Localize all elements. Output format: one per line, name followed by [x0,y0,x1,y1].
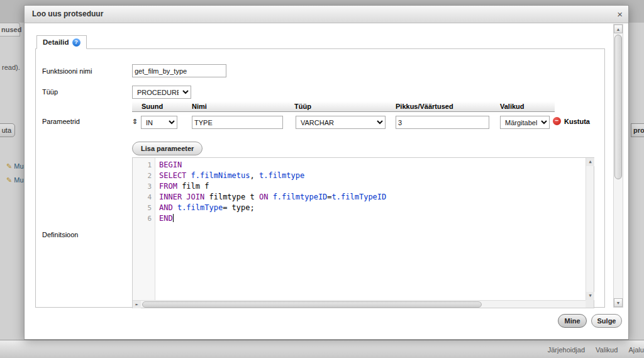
parameters-label: Parameetrid [42,118,80,125]
param-direction-select[interactable]: IN [141,116,177,129]
param-type-select[interactable]: VARCHAR [296,116,386,129]
code-line: FROM film f [159,181,586,192]
editor-horizontal-scrollbar[interactable]: ◄ ► [133,300,594,308]
header-length: Pikkus/Väärtused [396,103,453,110]
sql-code-editor[interactable]: 123456 BEGINSELECT f.filmNimetus, t.film… [132,157,594,308]
statusbar-link-history[interactable]: Ajalug [628,346,644,354]
delete-param-link[interactable]: − Kustuta [553,117,590,125]
dialog-title: Loo uus protseduur [32,9,103,18]
text-cursor [173,214,174,222]
drag-handle-icon[interactable]: ⇕ [132,118,138,126]
editor-gutter: 123456 [133,158,155,300]
close-icon[interactable]: × [617,6,623,23]
header-direction: Suund [142,103,163,110]
param-length-input[interactable] [396,116,489,129]
editor-code[interactable]: BEGINSELECT f.filmNimetus, t.filmtypeFRO… [156,158,586,300]
create-procedure-dialog: Loo uus protseduur × ▲ ▼ Detailid ? Funk… [24,5,629,340]
dialog-scrollbar[interactable]: ▲ ▼ [613,24,623,308]
delete-icon: − [553,117,561,125]
scrollbar-corner [586,300,594,308]
go-button[interactable]: Mine [558,314,587,328]
line-number: 5 [133,203,152,213]
function-name-label: Funktsiooni nimi [42,67,92,75]
status-bar: Järjehoidjad Valikud Ajalug [0,340,644,358]
param-options-select[interactable]: Märgitabel [500,116,550,129]
code-line: INNER JOIN filmtype t ON f.filmtypeID=t.… [159,192,586,203]
line-number: 6 [133,213,152,224]
close-button[interactable]: Sulge [591,314,622,328]
help-icon[interactable]: ? [72,38,80,47]
add-parameter-button[interactable]: Lisa parameeter [132,142,203,155]
routine-type-select[interactable]: PROCEDURE [132,86,191,99]
definition-label: Definitsioon [42,231,78,238]
header-type: Tüüp [294,103,311,110]
header-options: Valikud [500,103,525,110]
statusbar-link-bookmarks[interactable]: Järjehoidjad [548,346,585,354]
scroll-up-icon[interactable]: ▲ [614,25,623,33]
statusbar-link-options[interactable]: Valikud [596,346,618,354]
tab-detailid-label: Detailid [43,38,69,46]
code-line: BEGIN [159,160,586,171]
line-number: 3 [133,181,152,192]
line-number: 4 [133,192,152,203]
type-label: Tüüp [42,88,58,96]
code-line: SELECT f.filmNimetus, t.filmtype [159,171,586,181]
code-line: AND t.filmType= type; [159,203,586,213]
param-name-input[interactable] [192,116,283,129]
tab-detailid[interactable]: Detailid ? [36,35,87,49]
scroll-up-icon[interactable]: ▲ [586,158,594,166]
line-number: 2 [133,171,152,181]
delete-param-label: Kustuta [564,118,590,125]
code-line: END [159,213,586,224]
scrollbar-thumb[interactable] [142,301,482,308]
status-bar-links: Järjehoidjad Valikud Ajalug [539,346,644,354]
scroll-down-icon[interactable]: ▼ [614,298,623,307]
scroll-down-icon[interactable]: ▼ [586,292,594,300]
header-name: Nimi [192,103,207,110]
routine-form: Funktsiooni nimi Tüüp PROCEDURE Parameet… [35,48,605,308]
scrollbar-thumb[interactable] [614,35,622,179]
function-name-input[interactable] [132,64,226,77]
scroll-right-icon[interactable]: ► [133,301,141,308]
editor-vertical-scrollbar[interactable]: ▲ ▼ [586,158,594,300]
params-header-row: Suund Nimi Tüüp Pikkus/Väärtused Valikud [132,101,555,112]
dialog-titlebar[interactable]: Loo uus protseduur × [25,6,628,23]
line-number: 1 [133,160,152,171]
